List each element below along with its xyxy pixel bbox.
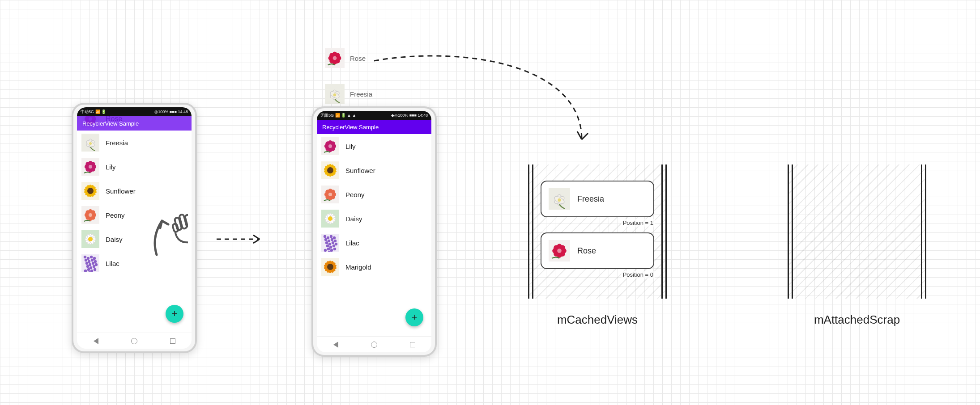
cached-item-label: Rose [577, 246, 596, 256]
cached-item-freesia: Freesia [541, 181, 654, 217]
list-item-label: Lily [345, 143, 356, 150]
list-item[interactable]: Lilac [317, 231, 431, 255]
lily-icon [81, 158, 99, 176]
phone-after: 无限5G 📶 🔋 ▲ ▲ ◆◎100% ■■■ 14:48 RecyclerVi… [311, 106, 437, 357]
list-item-label: Sunflower [345, 167, 375, 174]
evicted-row-rose: Rose [325, 48, 366, 68]
svg-point-86 [90, 270, 93, 272]
svg-point-105 [333, 56, 337, 60]
rose-icon [549, 240, 570, 262]
nav-recent-icon[interactable] [170, 338, 175, 344]
svg-point-177 [326, 245, 329, 247]
svg-point-80 [95, 263, 98, 266]
evicted-row-freesia: Freesia [325, 84, 372, 104]
list-item[interactable]: Peony [317, 182, 431, 207]
svg-point-75 [91, 259, 94, 262]
status-left: 无限5G 📶 🔋 ▲ ▲ [320, 113, 356, 118]
svg-point-163 [328, 216, 332, 221]
svg-point-71 [90, 256, 93, 258]
svg-point-170 [328, 240, 330, 242]
svg-point-84 [84, 270, 87, 272]
evicted-row-label: Freesia [350, 90, 372, 98]
svg-point-17 [89, 142, 92, 145]
nav-recent-icon[interactable] [410, 342, 415, 347]
freesia-icon [549, 188, 570, 210]
nav-bar [77, 333, 192, 349]
mattachedscrap-container [788, 165, 926, 299]
list-item[interactable]: Daisy [77, 227, 192, 251]
svg-point-173 [325, 241, 328, 244]
svg-point-167 [330, 235, 332, 238]
freesia-icon [325, 84, 345, 104]
nav-home-icon[interactable] [131, 338, 137, 344]
svg-point-69 [84, 256, 86, 258]
status-bar: 无限5G 📶 🔋 ▲ ▲ ◆◎100% ■■■ 14:48 [317, 111, 431, 120]
list-item[interactable]: Lilac [77, 251, 192, 275]
svg-point-166 [327, 236, 329, 239]
flower-list-after[interactable]: Lily Sunflower Peony Daisy Lilac Marigol… [317, 134, 431, 336]
status-bar: 中动5G 📶 🔋 ◎100% ■■■ 14:48 [77, 107, 192, 116]
svg-point-85 [87, 268, 90, 271]
phone-before-screen: Rose 中动5G 📶 🔋 ◎100% ■■■ 14:48 RecyclerVi… [77, 107, 192, 349]
fab-add-button[interactable]: + [405, 308, 423, 326]
list-item-label: Lilac [345, 239, 359, 247]
list-item[interactable]: Lily [317, 134, 431, 158]
list-item[interactable]: Daisy [317, 207, 431, 231]
plus-icon: + [412, 312, 418, 323]
svg-point-78 [89, 263, 91, 266]
list-item[interactable]: Lily [77, 155, 192, 179]
list-item-label: Freesia [106, 139, 128, 147]
status-right: ◎100% ■■■ 14:48 [154, 110, 188, 114]
evicted-row-label: Rose [350, 55, 366, 62]
list-item[interactable]: Sunflower [77, 179, 192, 203]
phone-after-screen: 无限5G 📶 🔋 ▲ ▲ ◆◎100% ■■■ 14:48 RecyclerVi… [317, 111, 431, 352]
svg-point-172 [334, 240, 337, 242]
nav-back-icon[interactable] [94, 338, 98, 344]
peony-icon [321, 186, 339, 203]
lilac-icon [321, 234, 339, 252]
flower-list-before[interactable]: Freesia Lily Sunflower Peony Daisy Lilac [77, 131, 192, 333]
nav-bar [317, 336, 431, 352]
mattachedscrap-label: mAttachedScrap [797, 313, 917, 327]
svg-point-220 [557, 249, 562, 253]
svg-point-53 [89, 213, 92, 217]
list-item-label: Daisy [106, 236, 123, 243]
svg-point-82 [89, 266, 92, 269]
svg-point-67 [88, 237, 93, 241]
app-title: RecyclerView Sample [322, 124, 379, 131]
status-right: ◆◎100% ■■■ 14:48 [391, 113, 428, 118]
svg-point-73 [85, 259, 87, 262]
list-item[interactable]: Sunflower [317, 158, 431, 182]
list-item[interactable]: Peony [77, 203, 192, 227]
svg-point-182 [330, 249, 333, 252]
position-tag: Position = 0 [621, 271, 655, 278]
status-left: 中动5G 📶 🔋 [81, 109, 106, 115]
list-item-label: Sunflower [106, 187, 136, 195]
list-item[interactable]: Marigold [317, 255, 431, 279]
svg-point-139 [327, 167, 333, 173]
rose-icon [325, 48, 345, 68]
svg-point-113 [333, 93, 337, 97]
list-item-label: Daisy [345, 215, 362, 223]
marigold-icon [321, 258, 339, 276]
svg-point-27 [89, 165, 92, 169]
mcachedviews-container: Freesia Position = 1 Rose Position = 0 [528, 165, 667, 299]
svg-point-76 [94, 260, 97, 263]
list-item[interactable]: Freesia [77, 131, 192, 155]
svg-point-176 [335, 243, 337, 245]
fab-add-button[interactable]: + [166, 305, 183, 323]
list-item-label: Peony [345, 191, 365, 198]
nav-home-icon[interactable] [371, 342, 377, 348]
svg-point-81 [86, 265, 89, 268]
phone-before: Rose 中动5G 📶 🔋 ◎100% ■■■ 14:48 RecyclerVi… [72, 103, 197, 353]
list-item-label: Marigold [345, 263, 371, 271]
svg-point-179 [332, 245, 335, 247]
svg-point-43 [87, 188, 94, 194]
svg-point-169 [324, 238, 327, 241]
nav-back-icon[interactable] [333, 342, 338, 348]
sunflower-icon [321, 161, 339, 179]
svg-point-183 [333, 248, 336, 250]
transition-arrow-icon [215, 232, 268, 246]
svg-point-180 [324, 249, 327, 252]
svg-point-149 [328, 193, 332, 196]
